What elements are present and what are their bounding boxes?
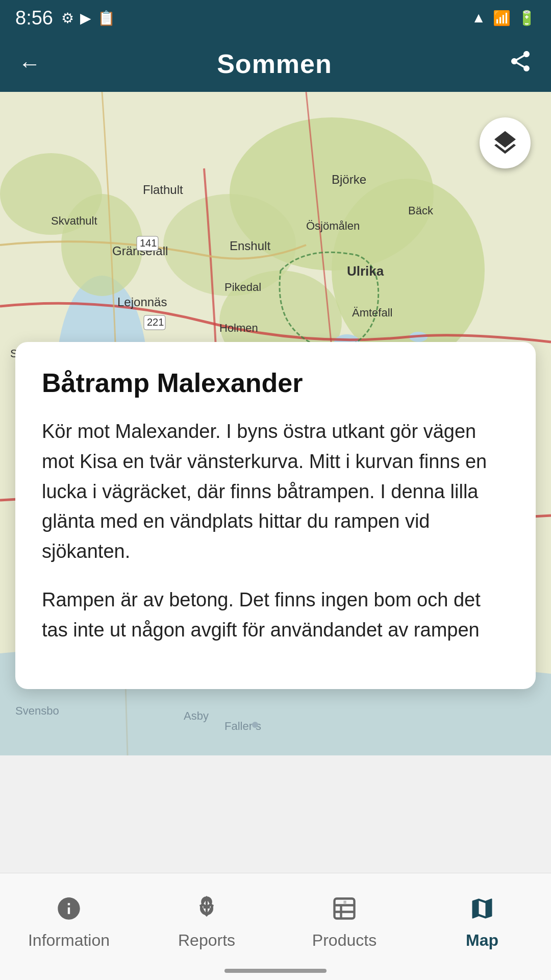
status-bar: 8:56 ⚙ ▶ 📋 ▲ 📶 🔋 bbox=[0, 0, 551, 36]
svg-text:Ösjömålen: Ösjömålen bbox=[306, 219, 360, 232]
wifi-icon: ▲ bbox=[471, 10, 486, 26]
status-icons-left: ⚙ ▶ 📋 bbox=[61, 10, 115, 27]
nav-item-products[interactable]: ≡ Products bbox=[276, 873, 413, 980]
information-icon bbox=[56, 895, 82, 926]
svg-text:Pikedal: Pikedal bbox=[224, 281, 261, 293]
info-panel: Båtramp Malexander Kör mot Malexander. I… bbox=[15, 342, 536, 689]
share-button[interactable] bbox=[508, 49, 533, 79]
app-bar: ← Sommen bbox=[0, 36, 551, 92]
nav-label-products: Products bbox=[312, 931, 377, 950]
info-panel-text-2: Rampen är av betong. Det finns ingen bom… bbox=[42, 585, 509, 645]
nav-item-reports[interactable]: Reports bbox=[138, 873, 276, 980]
svg-text:141: 141 bbox=[140, 237, 157, 249]
page-title: Sommen bbox=[217, 48, 332, 79]
battery-icon: 🔋 bbox=[518, 10, 536, 27]
svg-text:Lejonnäs: Lejonnäs bbox=[117, 295, 167, 309]
nav-label-map: Map bbox=[466, 931, 498, 950]
signal-icon: 📶 bbox=[493, 10, 511, 27]
svg-text:Enshult: Enshult bbox=[230, 239, 270, 253]
status-time: 8:56 bbox=[15, 7, 53, 29]
nav-item-map[interactable]: Map bbox=[413, 873, 551, 980]
home-indicator bbox=[224, 969, 327, 973]
svg-text:Skvathult: Skvathult bbox=[51, 214, 97, 227]
reports-icon bbox=[193, 895, 220, 926]
products-icon: ≡ bbox=[331, 895, 358, 926]
svg-text:Ämtefall: Ämtefall bbox=[352, 306, 392, 319]
play-icon: ▶ bbox=[80, 10, 91, 27]
info-panel-title: Båtramp Malexander bbox=[42, 368, 509, 398]
svg-text:≡: ≡ bbox=[343, 899, 346, 905]
bottom-nav: Information Reports ≡ Products bbox=[0, 873, 551, 980]
clipboard-icon: 📋 bbox=[97, 10, 115, 27]
svg-text:Holmen: Holmen bbox=[219, 322, 258, 334]
info-panel-text-1: Kör mot Malexander. I byns östra utkant … bbox=[42, 416, 509, 567]
svg-text:221: 221 bbox=[147, 316, 164, 328]
svg-text:Björke: Björke bbox=[332, 173, 366, 186]
status-bar-left: 8:56 ⚙ ▶ 📋 bbox=[15, 7, 115, 29]
layer-toggle-button[interactable] bbox=[480, 117, 531, 168]
nav-label-information: Information bbox=[28, 931, 110, 950]
map-area[interactable]: Björke Flathult Skvathult Gränsefall Bäc… bbox=[0, 92, 551, 755]
svg-text:Bäck: Bäck bbox=[408, 204, 434, 217]
back-button[interactable]: ← bbox=[18, 51, 41, 77]
gear-icon: ⚙ bbox=[61, 10, 74, 27]
nav-label-reports: Reports bbox=[178, 931, 235, 950]
map-icon bbox=[469, 895, 495, 926]
status-bar-right: ▲ 📶 🔋 bbox=[471, 10, 536, 27]
svg-text:Flathult: Flathult bbox=[143, 183, 183, 197]
nav-item-information[interactable]: Information bbox=[0, 873, 138, 980]
svg-text:Ulrika: Ulrika bbox=[347, 263, 384, 279]
